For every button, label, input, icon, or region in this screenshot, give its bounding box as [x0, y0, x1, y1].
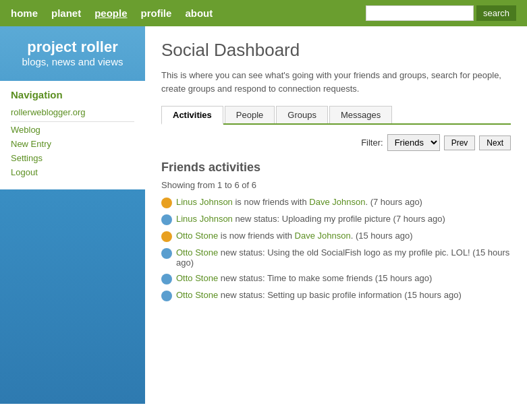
nav-about[interactable]: about — [185, 7, 213, 19]
filter-row: Filter: Friends All Prev Next — [161, 134, 511, 151]
activity-text: Otto Stone new status: Setting up basic … — [176, 290, 462, 300]
nav-planet[interactable]: planet — [51, 7, 81, 19]
sidebar-link-logout[interactable]: Logout — [11, 167, 134, 177]
activity-item: Otto Stone new status: Time to make some… — [161, 273, 511, 284]
prev-button[interactable]: Prev — [444, 136, 476, 150]
tab-groups[interactable]: Groups — [276, 106, 328, 123]
activity-target-link[interactable]: Dave Johnson — [295, 231, 351, 241]
activity-actor-link[interactable]: Otto Stone — [176, 231, 218, 241]
activity-item: Linus Johnson new status: Uploading my p… — [161, 214, 511, 225]
nav-section-title: Navigation — [11, 89, 134, 100]
activity-text: Otto Stone new status: Using the old Soc… — [176, 247, 511, 268]
nav-profile[interactable]: profile — [141, 7, 172, 19]
sidebar-link-new-entry[interactable]: New Entry — [11, 139, 134, 149]
showing-text: Showing from 1 to 6 of 6 — [161, 180, 511, 190]
sidebar-divider — [11, 121, 134, 122]
sidebar-nav: Navigation rollerweblogger.org Weblog Ne… — [0, 81, 145, 189]
main-content: Social Dashboard This is where you can s… — [145, 26, 527, 404]
activity-text: Otto Stone is now friends with Dave John… — [176, 231, 413, 241]
sidebar-link-weblog[interactable]: Weblog — [11, 125, 134, 135]
sidebar-logo-subtitle: blogs, news and views — [11, 56, 134, 67]
activity-item: Linus Johnson is now friends with Dave J… — [161, 197, 511, 208]
activity-text: Linus Johnson new status: Uploading my p… — [176, 214, 445, 224]
activity-actor-link[interactable]: Otto Stone — [176, 247, 218, 258]
sidebar-logo: project roller blogs, news and views — [0, 26, 145, 81]
activity-text: Otto Stone new status: Time to make some… — [176, 273, 432, 283]
activity-item: Otto Stone is now friends with Dave John… — [161, 231, 511, 242]
activity-list: Linus Johnson is now friends with Dave J… — [161, 197, 511, 301]
search-input[interactable] — [366, 5, 474, 21]
sidebar-link-settings[interactable]: Settings — [11, 153, 134, 163]
search-area: search — [366, 5, 516, 21]
tab-messages[interactable]: Messages — [329, 106, 392, 123]
search-button[interactable]: search — [476, 5, 516, 21]
activity-actor-link[interactable]: Otto Stone — [176, 290, 218, 300]
activity-icon — [161, 214, 172, 225]
page-title: Social Dashboard — [161, 40, 511, 61]
activity-icon — [161, 198, 172, 208]
activity-text: Linus Johnson is now friends with Dave J… — [176, 197, 422, 207]
tab-activities[interactable]: Activities — [161, 106, 223, 125]
activity-actor-link[interactable]: Linus Johnson — [176, 197, 233, 207]
activities-title: Friends activities — [161, 160, 511, 175]
filter-select[interactable]: Friends All — [387, 134, 440, 151]
tab-people[interactable]: People — [225, 106, 275, 123]
sidebar-logo-title: project roller — [11, 38, 134, 56]
activities-section: Friends activities Showing from 1 to 6 o… — [161, 160, 511, 301]
activity-icon — [161, 274, 172, 284]
nav-home[interactable]: home — [11, 7, 38, 19]
activity-item: Otto Stone new status: Setting up basic … — [161, 290, 511, 301]
activity-target-link[interactable]: Dave Johnson — [309, 197, 365, 207]
next-button[interactable]: Next — [479, 136, 511, 150]
nav-people[interactable]: people — [94, 7, 127, 19]
top-nav: home planet people profile about search — [0, 0, 527, 26]
activity-actor-link[interactable]: Linus Johnson — [176, 214, 233, 224]
page-description: This is where you can see what's going w… — [161, 69, 511, 95]
filter-label: Filter: — [361, 138, 383, 148]
activity-item: Otto Stone new status: Using the old Soc… — [161, 247, 511, 268]
activity-icon — [161, 291, 172, 301]
activity-icon — [161, 248, 172, 259]
activity-actor-link[interactable]: Otto Stone — [176, 273, 218, 283]
sidebar-link-rollerweblogger[interactable]: rollerweblogger.org — [11, 107, 134, 117]
sidebar: project roller blogs, news and views Nav… — [0, 26, 145, 404]
tab-bar: Activities People Groups Messages — [161, 106, 511, 125]
activity-icon — [161, 231, 172, 242]
